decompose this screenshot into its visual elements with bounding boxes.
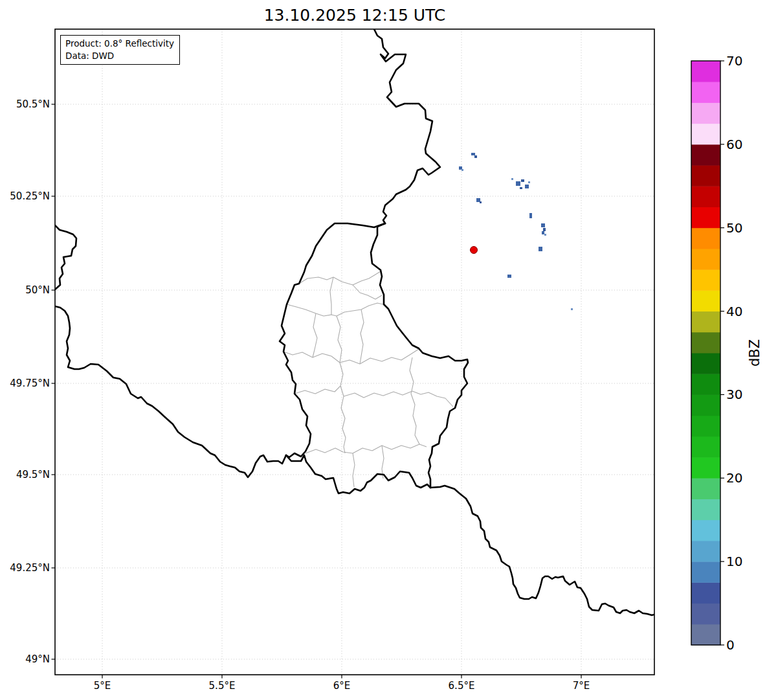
colorbar-segment <box>691 624 720 646</box>
colorbar-segment <box>691 61 720 82</box>
border-fr-de <box>430 486 654 615</box>
colorbar-segment <box>691 144 720 166</box>
colorbar-segment <box>691 478 720 499</box>
colorbar-segment <box>691 541 720 562</box>
colorbar-segment <box>691 269 720 291</box>
colorbar-segment <box>691 520 720 541</box>
echo-cell <box>461 169 463 171</box>
border-lu-de <box>371 223 468 488</box>
radar-site-dot <box>471 247 478 254</box>
colorbar-segment <box>691 499 720 521</box>
echo-cell <box>571 308 573 310</box>
echo-cell <box>511 178 513 180</box>
colorbar-segment <box>691 311 720 333</box>
border-be-de <box>374 29 440 223</box>
radar-figure: 13.10.2025 12:15 UTC <box>0 0 778 700</box>
colorbar-segment <box>691 416 720 437</box>
y-tick-label: 49.75°N <box>0 378 50 389</box>
colorbar-tick-label: 40 <box>726 303 742 319</box>
y-tick-label: 50°N <box>0 284 50 296</box>
y-tick-label: 49.5°N <box>0 469 50 480</box>
echo-cell <box>507 275 511 278</box>
y-tick-label: 50.5°N <box>0 98 50 110</box>
colorbar-tick-label: 50 <box>726 220 742 235</box>
echo-cell <box>544 234 546 236</box>
colorbar-segment <box>691 374 720 395</box>
colorbar-segments <box>691 61 720 646</box>
product-line: Product: 0.8° Reflectivity <box>65 38 174 50</box>
x-tick-label: 7°E <box>552 680 610 692</box>
border-lu-be <box>280 223 385 457</box>
map-canvas <box>0 0 778 700</box>
x-tick-label: 6°E <box>313 680 371 692</box>
echo-cell <box>543 228 546 231</box>
colorbar-segment <box>691 604 720 625</box>
colorbar-segment <box>691 436 720 458</box>
echo-cell <box>516 181 520 186</box>
radar-echoes <box>459 153 573 310</box>
product-info-box: Product: 0.8° Reflectivity Data: DWD <box>60 35 180 65</box>
colorbar-segment <box>691 82 720 103</box>
echo-cell <box>539 247 542 251</box>
colorbar-tick-label: 70 <box>726 53 742 69</box>
colorbar-tick-label: 10 <box>726 554 742 569</box>
canton-borders <box>283 271 453 487</box>
colorbar-segment <box>691 290 720 311</box>
x-tick-label: 6.5°E <box>432 680 491 692</box>
border-fr-be-west-a <box>55 225 76 289</box>
echo-cell <box>474 155 477 158</box>
colorbar-unit-label: dBZ <box>747 339 762 367</box>
colorbar-segment <box>691 353 720 374</box>
colorbar-segment <box>691 124 720 145</box>
colorbar-segment <box>691 207 720 229</box>
y-tick-label: 49.25°N <box>0 562 50 574</box>
colorbar-segment <box>691 249 720 270</box>
colorbar-tick-label: 20 <box>726 470 742 486</box>
echo-cell <box>480 201 482 203</box>
echo-cell <box>529 213 532 218</box>
colorbar-segment <box>691 165 720 186</box>
colorbar-segment <box>691 332 720 354</box>
x-tick-label: 5°E <box>73 680 131 692</box>
border-fr-be-west-b <box>55 306 286 477</box>
y-tick-label: 49°N <box>0 653 50 665</box>
axis-tick-marks <box>52 104 582 679</box>
echo-cell <box>521 179 524 182</box>
echo-cell <box>542 231 544 234</box>
data-source-line: Data: DWD <box>65 50 174 62</box>
colorbar-tick-label: 30 <box>726 387 742 402</box>
colorbar-segment <box>691 457 720 479</box>
echo-cell <box>525 185 529 188</box>
colorbar-segment <box>691 582 720 604</box>
echo-cell <box>520 187 522 189</box>
echo-cell <box>541 223 545 227</box>
country-borders <box>55 29 654 615</box>
colorbar-segment <box>691 102 720 124</box>
y-tick-label: 50.25°N <box>0 190 50 202</box>
colorbar-tick-label: 0 <box>726 637 735 653</box>
radar-site-marker <box>471 247 478 254</box>
colorbar-tick-label: 60 <box>726 136 742 152</box>
x-tick-label: 5.5°E <box>193 680 251 692</box>
colorbar-segment <box>691 561 720 583</box>
colorbar-segment <box>691 228 720 249</box>
echo-cell <box>528 181 530 183</box>
echo-cell <box>471 153 475 155</box>
colorbar-segment <box>691 186 720 207</box>
colorbar-segment <box>691 394 720 416</box>
